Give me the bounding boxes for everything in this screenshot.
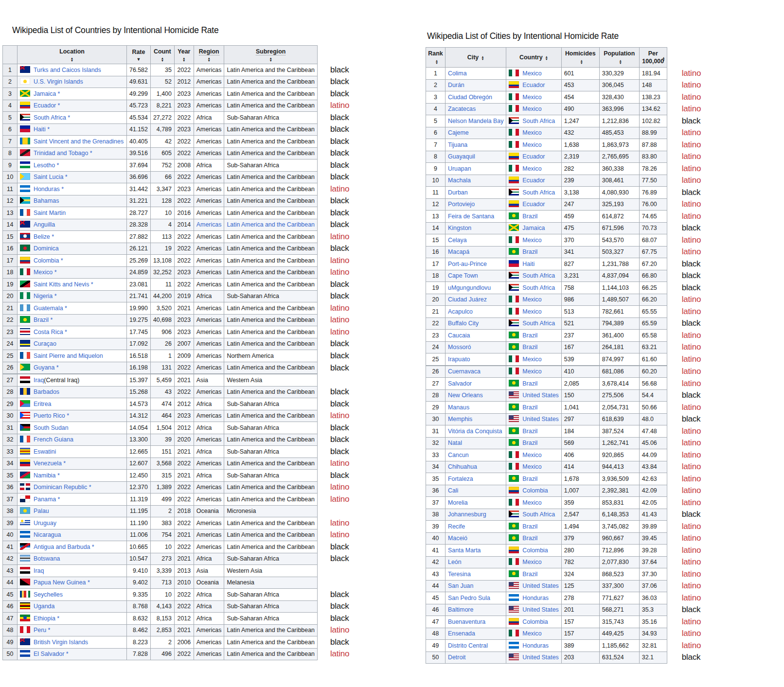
location-link[interactable]: U.S. Virgin Islands [34, 78, 83, 85]
city-link[interactable]: San Juan [448, 582, 473, 589]
city-link[interactable]: uMgungundlovu [448, 284, 491, 291]
country-link[interactable]: Mexico [522, 129, 541, 136]
col-header-rate[interactable]: Rate ▼ [127, 46, 151, 64]
city-link[interactable]: Johannesburg [448, 511, 486, 518]
country-link[interactable]: South Africa [522, 189, 555, 196]
city-link[interactable]: Feira de Santana [448, 213, 494, 220]
location-link[interactable]: Belize * [34, 233, 54, 240]
city-link[interactable]: Teresina [448, 571, 471, 578]
country-link[interactable]: Haiti [522, 261, 535, 267]
country-link[interactable]: Brazil [522, 404, 537, 411]
country-link[interactable]: Mexico [522, 94, 541, 101]
location-link[interactable]: Eritrea [34, 401, 52, 407]
city-link[interactable]: Durban [448, 189, 468, 196]
country-link[interactable]: Brazil [522, 535, 537, 542]
location-link[interactable]: Palau [34, 508, 49, 514]
city-link[interactable]: Machala [448, 177, 471, 184]
col-header-subregion[interactable]: Subregion ▲▼ [224, 46, 317, 64]
city-link[interactable]: Celaya [448, 237, 467, 244]
city-link[interactable]: Uruapan [448, 165, 471, 172]
city-link[interactable]: Natal [448, 440, 462, 446]
city-link[interactable]: Durán [448, 82, 464, 88]
city-link[interactable]: San Pedro Sula [448, 595, 490, 601]
location-link[interactable]: Guatemala * [34, 305, 67, 312]
country-link[interactable]: Brazil [522, 428, 537, 435]
city-link[interactable]: Portoviejo [448, 201, 475, 208]
location-link[interactable]: Brazil * [34, 317, 53, 323]
city-link[interactable]: Ensenada [448, 630, 475, 637]
country-link[interactable]: South Africa [522, 320, 555, 327]
city-link[interactable]: Guayaquil [448, 153, 475, 160]
city-link[interactable]: Cali [448, 487, 458, 494]
city-link[interactable]: Distrito Central [448, 642, 488, 649]
country-link[interactable]: Mexico [522, 452, 541, 458]
location-link[interactable]: Eswatini [34, 448, 56, 455]
city-link[interactable]: Kingston [448, 225, 471, 231]
country-link[interactable]: Mexico [522, 70, 541, 77]
country-link[interactable]: Colombia [522, 487, 548, 494]
location-link[interactable]: Saint Lucia * [34, 174, 68, 180]
location-link[interactable]: Namibia * [34, 472, 60, 479]
location-link[interactable]: South Sudan [34, 424, 69, 431]
location-link[interactable]: Nicaragua [34, 531, 61, 538]
city-link[interactable]: Tijuana [448, 141, 467, 148]
location-link[interactable]: El Salvador * [34, 651, 69, 657]
location-link[interactable]: Ethiopia * [34, 615, 59, 622]
location-link[interactable]: Iraq [34, 377, 44, 384]
city-link[interactable]: Mossoró [448, 344, 471, 351]
location-link[interactable]: British Virgin Islands [34, 639, 88, 646]
city-link[interactable]: Santa Marta [448, 547, 481, 554]
city-link[interactable]: Memphis [448, 416, 472, 423]
location-link[interactable]: Saint Martin [34, 210, 66, 216]
city-link[interactable]: Buffalo City [448, 320, 479, 327]
country-link[interactable]: Jamaica [522, 225, 545, 231]
location-link[interactable]: French Guiana [34, 436, 73, 443]
country-link[interactable]: Brazil [522, 380, 537, 387]
country-link[interactable]: Colombia [522, 547, 548, 554]
country-link[interactable]: South Africa [522, 118, 555, 124]
country-link[interactable]: Mexico [522, 499, 541, 506]
col-header-country[interactable]: Country▲▼ [506, 48, 561, 68]
subregion-link[interactable]: Latin America and the Caribbean [227, 221, 314, 228]
location-link[interactable]: Nigeria * [34, 293, 57, 299]
location-link[interactable]: Iraq [34, 567, 44, 574]
location-link[interactable]: Peru * [34, 627, 50, 634]
country-link[interactable]: Mexico [522, 559, 541, 565]
country-link[interactable]: Ecuador [522, 153, 545, 160]
city-link[interactable]: Macapá [448, 248, 469, 255]
location-link[interactable]: Jamaica * [34, 90, 60, 97]
country-link[interactable]: Mexico [522, 296, 541, 303]
city-link[interactable]: Ciudad Juárez [448, 296, 487, 303]
location-link[interactable]: Costa Rica * [34, 329, 67, 335]
country-link[interactable]: United States [522, 416, 558, 423]
location-link[interactable]: Anguilla [34, 221, 55, 228]
location-link[interactable]: Guyana * [34, 364, 59, 371]
region-link[interactable]: Americas [196, 221, 222, 228]
city-link[interactable]: Vitória da Conquista [448, 428, 502, 435]
location-link[interactable]: Botswana [34, 555, 60, 562]
country-link[interactable]: Ecuador [522, 201, 545, 208]
location-link[interactable]: Dominica [34, 245, 59, 252]
location-link[interactable]: Venezuela * [34, 460, 66, 467]
col-header-count[interactable]: Count ▲▼ [150, 46, 174, 64]
country-link[interactable]: Mexico [522, 237, 541, 244]
city-link[interactable]: New Orleans [448, 392, 483, 399]
col-header-rank[interactable]: Rank▲▼ [426, 48, 445, 68]
location-link[interactable]: Saint Vincent and the Grenadines [34, 138, 124, 145]
location-link[interactable]: South Africa * [34, 114, 70, 121]
location-link[interactable]: Uruguay [34, 520, 56, 527]
col-header-city[interactable]: City▲▼ [445, 48, 506, 68]
country-link[interactable]: Colombia [522, 618, 548, 625]
location-link[interactable]: Trinidad and Tobago * [34, 150, 92, 157]
city-link[interactable]: Fortaleza [448, 476, 473, 482]
location-link[interactable]: Ecuador * [34, 102, 60, 109]
location-link[interactable]: Barbados [34, 388, 59, 395]
location-link[interactable]: Uganda [34, 603, 54, 610]
city-link[interactable]: Zacatecas [448, 106, 476, 112]
country-link[interactable]: Brazil [522, 344, 537, 351]
country-link[interactable]: Brazil [522, 523, 537, 530]
city-link[interactable]: Port-au-Prince [448, 261, 487, 267]
country-link[interactable]: Mexico [522, 368, 541, 375]
location-link[interactable]: Puerto Rico * [34, 412, 69, 419]
location-link[interactable]: Colombia * [34, 257, 63, 264]
